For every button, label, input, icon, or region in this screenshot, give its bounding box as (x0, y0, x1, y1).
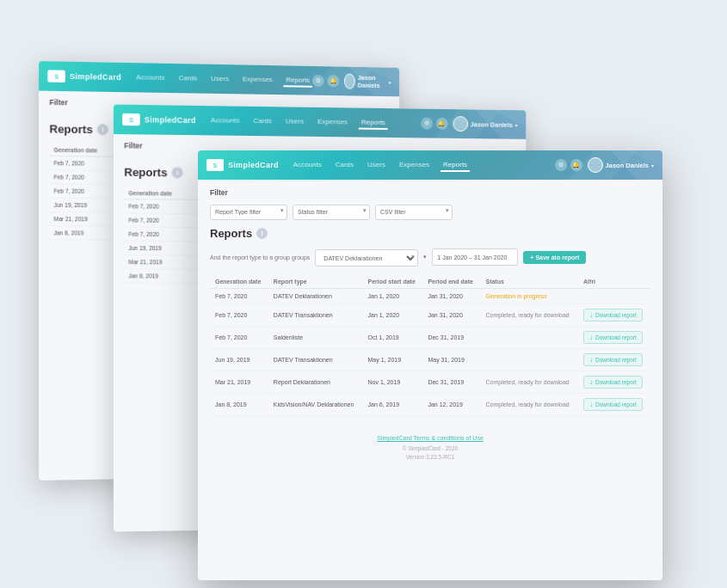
cell-period-end: Jan 31, 2020 (422, 289, 480, 304)
title-row-3: Reports i (210, 227, 650, 240)
username-2: Jason Daniels (471, 120, 513, 129)
nav-reports-1[interactable]: Reports (284, 74, 312, 87)
footer-3: SimpledCard Terms & conditions of Use © … (198, 425, 662, 469)
status-filter[interactable]: Status filter (293, 205, 370, 220)
avatar-2 (453, 116, 468, 132)
cell-status: Completed, ready for download (480, 304, 578, 327)
cell-period-start: Oct 1, 2019 (363, 327, 423, 349)
status-filter-wrap: Status filter (293, 202, 370, 220)
cell-period-start: Nov 1, 2019 (363, 371, 423, 394)
cell-period-start: Jan 1, 2020 (363, 289, 423, 304)
cell-gen-date: Feb 7, 2020 (210, 289, 268, 304)
date-range-input[interactable] (432, 248, 518, 266)
cell-period-end: Jan 31, 2020 (422, 304, 480, 327)
cell-report-type: DATEV Transaktionen (268, 349, 363, 371)
caret-3: ▾ (651, 162, 654, 168)
info-icon-2: i (172, 167, 183, 178)
cell-status: Completed, ready for download (480, 371, 578, 394)
bell-icon-3[interactable]: 🔔 (570, 159, 582, 171)
nav-users-2[interactable]: Users (283, 115, 306, 128)
table-row: Feb 7, 2020 DATEV Transaktionen Jan 1, 2… (210, 304, 650, 327)
cell-report-type: DATEV Deklarationen (268, 289, 363, 304)
adv-select[interactable]: DATEV Deklarationen (315, 249, 418, 266)
nav-right-2: ⚙ 🔔 Jason Daniels ▾ (421, 116, 518, 132)
cell-download: Download report (578, 349, 650, 371)
table-row: Jan 8, 2019 KidsVision/NAV Deklarationen… (210, 394, 650, 416)
nav-expenses-3[interactable]: Expenses (397, 159, 432, 172)
download-button[interactable]: Download report (583, 353, 643, 366)
bell-icon-2[interactable]: 🔔 (435, 118, 447, 130)
nav-user-3[interactable]: Jason Daniels ▾ (588, 157, 654, 173)
status-ready: Completed, ready for download (485, 401, 569, 407)
report-type-filter[interactable]: Report Type filter (210, 205, 287, 220)
download-button[interactable]: Download report (583, 331, 643, 344)
cell-period-start: Jan 6, 2019 (363, 394, 423, 416)
reports-table: Generation date Report type Period start… (210, 275, 650, 416)
nav-accounts-2[interactable]: Accounts (208, 114, 242, 128)
page-title-1: Reports (49, 122, 92, 136)
filter-row-3: Report Type filter Status filter CSV fil… (210, 202, 650, 220)
table-row: Feb 7, 2020 Saldenliste Oct 1, 2019 Dec … (210, 327, 650, 349)
cell-period-end: Jan 12, 2019 (422, 394, 480, 416)
nav-users-3[interactable]: Users (365, 159, 388, 172)
avatar-3 (588, 157, 603, 173)
navbar-1: S SimpledCard Accounts Cards Users Expen… (39, 61, 399, 96)
username-3: Jason Daniels (606, 162, 649, 169)
cell-status: Completed, ready for download (480, 394, 578, 416)
content-3: Filter Report Type filter Status filter … (198, 180, 662, 425)
logo-icon-3: S (206, 159, 224, 171)
logo-icon-2: S (122, 113, 139, 126)
table-row: Mar 21, 2019 Report Deklarationen Nov 1,… (210, 371, 650, 394)
info-icon-1: i (97, 124, 108, 135)
footer-link[interactable]: SimpledCard Terms & conditions of Use (210, 435, 650, 441)
cell-gen-date: Feb 7, 2020 (210, 327, 268, 349)
cell-download (578, 289, 650, 304)
table-row: Jun 19, 2019 DATEV Transaktionen May 1, … (210, 349, 650, 371)
report-type-filter-wrap: Report Type filter (210, 202, 287, 220)
settings-icon-3[interactable]: ⚙ (555, 159, 567, 171)
nav-items-1: Accounts Cards Users Expenses Reports (133, 71, 312, 88)
cell-period-end: May 31, 2019 (422, 349, 480, 371)
nav-expenses-2[interactable]: Expenses (315, 115, 350, 129)
download-button[interactable]: Download report (583, 398, 643, 411)
cell-download: Download report (578, 327, 650, 349)
settings-icon-2[interactable]: ⚙ (421, 118, 433, 130)
adv-filter-row: And the report type to a group groups DA… (210, 248, 650, 267)
table-row: Feb 7, 2020 DATEV Deklarationen Jan 1, 2… (210, 289, 650, 304)
logo-2: S SimpledCard (122, 113, 196, 126)
logo-1: S SimpledCard (47, 70, 121, 83)
cell-status: Generation in progress (480, 289, 578, 304)
nav-accounts-3[interactable]: Accounts (291, 159, 324, 172)
status-ready: Completed, ready for download (485, 312, 569, 318)
nav-icons-1: ⚙ 🔔 (312, 75, 339, 87)
th-period-end: Period end date (422, 275, 480, 289)
nav-cards-1[interactable]: Cards (176, 72, 200, 86)
status-inprogress: Generation in progress (485, 293, 546, 299)
nav-users-1[interactable]: Users (208, 72, 231, 85)
nav-accounts-1[interactable]: Accounts (133, 71, 167, 85)
cell-report-type: KidsVision/NAV Deklarationen (268, 394, 363, 416)
save-report-button[interactable]: + Save ato report (523, 251, 586, 264)
csv-filter[interactable]: CSV filter (375, 205, 453, 220)
cell-report-type: Report Deklarationen (268, 371, 363, 394)
cell-gen-date: Feb 7, 2020 (210, 304, 268, 327)
nav-cards-2[interactable]: Cards (250, 114, 274, 127)
cell-download: Download report (578, 394, 650, 416)
date-range-label: ▾ (423, 254, 427, 260)
nav-reports-3[interactable]: Reports (441, 159, 470, 172)
status-ready: Completed, ready for download (485, 379, 569, 385)
cell-gen-date: Jan 8, 2019 (210, 394, 268, 416)
nav-user-2[interactable]: Jason Daniels ▾ (453, 116, 518, 132)
nav-reports-2[interactable]: Reports (359, 116, 388, 129)
download-button[interactable]: Download report (583, 309, 643, 322)
cell-gen-date: Jun 19, 2019 (210, 349, 268, 371)
bell-icon-1[interactable]: 🔔 (328, 75, 340, 87)
nav-cards-3[interactable]: Cards (333, 159, 356, 172)
nav-expenses-1[interactable]: Expenses (240, 73, 275, 87)
th-gen-date: Generation date (210, 275, 268, 289)
download-button[interactable]: Download report (583, 376, 643, 389)
nav-user-1[interactable]: Jason Daniels ▾ (344, 74, 391, 90)
logo-text-3: SimpledCard (228, 161, 279, 169)
cell-report-type: Saldenliste (268, 327, 363, 349)
settings-icon-1[interactable]: ⚙ (312, 75, 324, 87)
